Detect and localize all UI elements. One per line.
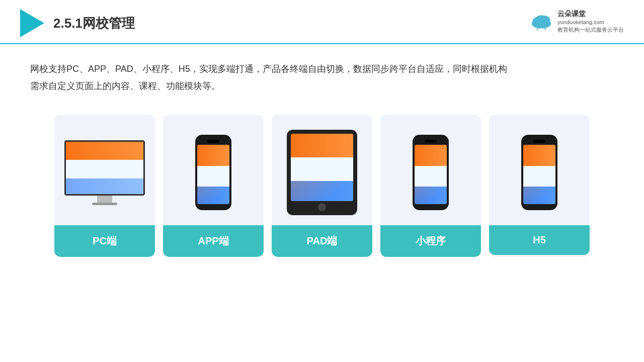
brand-logo: 云朵课堂 yunduoketang.com 教育机构一站式服务云平台 [529,10,624,34]
card-pc-label: PC端 [54,225,155,257]
mini-phone-icon [413,135,449,210]
brand-url: yunduoketang.com [557,19,624,26]
card-pc: PC端 [54,115,155,257]
svg-point-3 [535,16,548,25]
pad-tablet-icon [287,130,357,215]
header: 2.5.1网校管理 云朵课堂 yunduoketang.com 教育机构一站式服… [0,0,644,44]
app-phone-icon [195,135,231,210]
description-text: 网校支持PC、APP、PAD、小程序、H5，实现多端打通，产品各终端自由切换，数… [0,44,644,105]
card-pad-label: PAD端 [272,225,372,257]
description-paragraph: 网校支持PC、APP、PAD、小程序、H5，实现多端打通，产品各终端自由切换，数… [30,60,614,77]
card-app-label: APP端 [163,225,264,257]
svg-rect-4 [534,26,549,27]
card-pc-image [54,115,155,225]
card-pad-image [272,115,372,225]
card-mini-image [380,115,481,225]
pc-monitor-icon [64,140,145,205]
card-mini-label: 小程序 [380,225,481,257]
page-title: 2.5.1网校管理 [53,15,135,32]
card-mini: 小程序 [380,115,481,257]
card-h5: H5 [489,115,590,257]
description-paragraph-2: 需求自定义页面上的内容、课程、功能模块等。 [30,77,614,95]
card-pad: PAD端 [272,115,372,257]
logo-triangle-icon [20,9,44,37]
card-h5-image [489,115,590,225]
cards-container: PC端 APP端 [0,105,644,267]
brand-name: 云朵课堂 [557,10,624,19]
card-app-image [163,115,264,225]
card-h5-label: H5 [489,225,590,255]
cloud-icon [529,13,553,31]
brand-tagline: 教育机构一站式服务云平台 [557,26,624,34]
card-app: APP端 [163,115,264,257]
h5-phone-icon [521,135,557,210]
